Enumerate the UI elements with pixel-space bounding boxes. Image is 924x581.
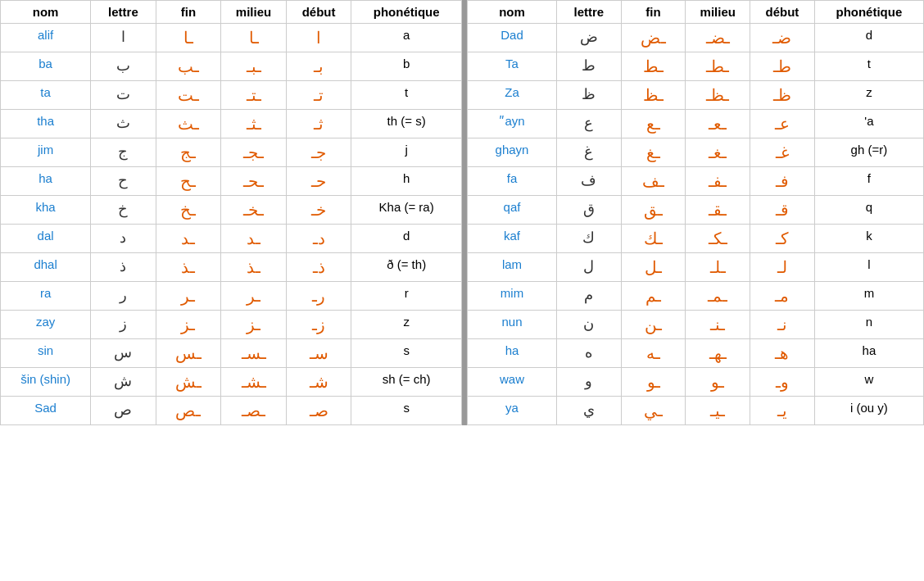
fin-cell: ـل xyxy=(621,253,686,282)
fin-cell: ـا xyxy=(156,24,221,52)
fin-cell: ـق xyxy=(621,196,686,225)
fin-cell: ـس xyxy=(156,339,221,368)
milieu-cell: ـظـ xyxy=(686,81,750,110)
table-row: dhal ذ ـذ ـذ ذـ ð (= th) xyxy=(1,253,462,282)
header-lettre-right: lettre xyxy=(556,1,621,24)
milieu-cell: ـا xyxy=(221,24,287,52)
debut-cell: لـ xyxy=(750,253,815,282)
lettre-cell: ط xyxy=(556,52,621,81)
lettre-cell: م xyxy=(556,282,621,311)
table-row: ha ه ـه ـهـ هـ ha xyxy=(468,339,924,368)
table-row: ra ر ـر ـر رـ r xyxy=(1,282,462,311)
milieu-cell: ـنـ xyxy=(686,311,750,339)
milieu-cell: ـطـ xyxy=(686,52,750,81)
fin-cell: ـز xyxy=(156,311,221,339)
milieu-cell: ـغـ xyxy=(686,138,750,167)
lettre-cell: ر xyxy=(91,282,156,311)
debut-cell: صـ xyxy=(286,397,351,425)
lettre-cell: ص xyxy=(91,397,156,425)
phonetique-cell: gh (=r) xyxy=(814,138,923,167)
lettre-cell: ل xyxy=(556,253,621,282)
phonetique-cell: d xyxy=(351,225,462,253)
milieu-cell: ـحـ xyxy=(221,167,287,196)
milieu-cell: ـيـ xyxy=(686,397,750,425)
nom-cell: Ta xyxy=(468,52,557,81)
table-row: zay ز ـز ـز زـ z xyxy=(1,311,462,339)
phonetique-cell: Kha (= ra) xyxy=(351,196,462,225)
table-row: šin (shin) ش ـش ـشـ شـ sh (= ch) xyxy=(1,368,462,397)
fin-cell: ـب xyxy=(156,52,221,81)
nom-cell: ta xyxy=(1,81,91,110)
milieu-cell: ـبـ xyxy=(221,52,287,81)
nom-cell: ba xyxy=(1,52,91,81)
phonetique-cell: i (ou y) xyxy=(814,397,923,425)
fin-cell: ـط xyxy=(621,52,686,81)
fin-cell: ـو xyxy=(621,368,686,397)
phonetique-cell: q xyxy=(814,196,923,225)
phonetique-cell: b xyxy=(351,52,462,81)
table-row: Sad ص ـص ـصـ صـ s xyxy=(1,397,462,425)
table-row: ʺayn ع ـع ـعـ عـ 'a xyxy=(468,110,924,138)
table-row: qaf ق ـق ـقـ قـ q xyxy=(468,196,924,225)
header-milieu-right: milieu xyxy=(686,1,750,24)
debut-cell: ثـ xyxy=(286,110,351,138)
phonetique-cell: w xyxy=(814,368,923,397)
nom-cell: ghayn xyxy=(468,138,557,167)
table-row: alif ا ـا ـا ا a xyxy=(1,24,462,52)
debut-cell: ضـ xyxy=(750,24,815,52)
nom-cell: sin xyxy=(1,339,91,368)
milieu-cell: ـلـ xyxy=(686,253,750,282)
table-row: Ta ط ـط ـطـ طـ t xyxy=(468,52,924,81)
header-milieu-left: milieu xyxy=(221,1,287,24)
debut-cell: كـ xyxy=(750,225,815,253)
header-lettre-left: lettre xyxy=(91,1,156,24)
lettre-cell: ج xyxy=(91,138,156,167)
table-row: ghayn غ ـغ ـغـ غـ gh (=r) xyxy=(468,138,924,167)
fin-cell: ـت xyxy=(156,81,221,110)
debut-cell: طـ xyxy=(750,52,815,81)
header-nom-left: nom xyxy=(1,1,91,24)
nom-cell: ra xyxy=(1,282,91,311)
debut-cell: زـ xyxy=(286,311,351,339)
milieu-cell: ـز xyxy=(221,311,287,339)
milieu-cell: ـذ xyxy=(221,253,287,282)
nom-cell: tha xyxy=(1,110,91,138)
fin-cell: ـم xyxy=(621,282,686,311)
milieu-cell: ـجـ xyxy=(221,138,287,167)
fin-cell: ـث xyxy=(156,110,221,138)
nom-cell: alif xyxy=(1,24,91,52)
phonetique-cell: 'a xyxy=(814,110,923,138)
header-fin-right: fin xyxy=(621,1,686,24)
phonetique-cell: m xyxy=(814,282,923,311)
fin-cell: ـح xyxy=(156,167,221,196)
lettre-cell: ز xyxy=(91,311,156,339)
debut-cell: دـ xyxy=(286,225,351,253)
nom-cell: dhal xyxy=(1,253,91,282)
fin-cell: ـغ xyxy=(621,138,686,167)
table-row: ha ح ـح ـحـ حـ h xyxy=(1,167,462,196)
table-row: tha ث ـث ـثـ ثـ th (= s) xyxy=(1,110,462,138)
debut-cell: هـ xyxy=(750,339,815,368)
phonetique-cell: t xyxy=(814,52,923,81)
nom-cell: Sad xyxy=(1,397,91,425)
debut-cell: ذـ xyxy=(286,253,351,282)
table-row: dal د ـد ـد دـ d xyxy=(1,225,462,253)
debut-cell: بـ xyxy=(286,52,351,81)
table-row: nun ن ـن ـنـ نـ n xyxy=(468,311,924,339)
lettre-cell: ه xyxy=(556,339,621,368)
phonetique-cell: h xyxy=(351,167,462,196)
nom-cell: Dad xyxy=(468,24,557,52)
fin-cell: ـف xyxy=(621,167,686,196)
lettre-cell: ك xyxy=(556,225,621,253)
fin-cell: ـي xyxy=(621,397,686,425)
lettre-cell: ب xyxy=(91,52,156,81)
nom-cell: fa xyxy=(468,167,557,196)
nom-cell: ha xyxy=(468,339,557,368)
lettre-cell: س xyxy=(91,339,156,368)
debut-cell: سـ xyxy=(286,339,351,368)
nom-cell: kaf xyxy=(468,225,557,253)
fin-cell: ـن xyxy=(621,311,686,339)
table-row: fa ف ـف ـفـ فـ f xyxy=(468,167,924,196)
table-row: Dad ض ـض ـضـ ضـ d xyxy=(468,24,924,52)
milieu-cell: ـقـ xyxy=(686,196,750,225)
